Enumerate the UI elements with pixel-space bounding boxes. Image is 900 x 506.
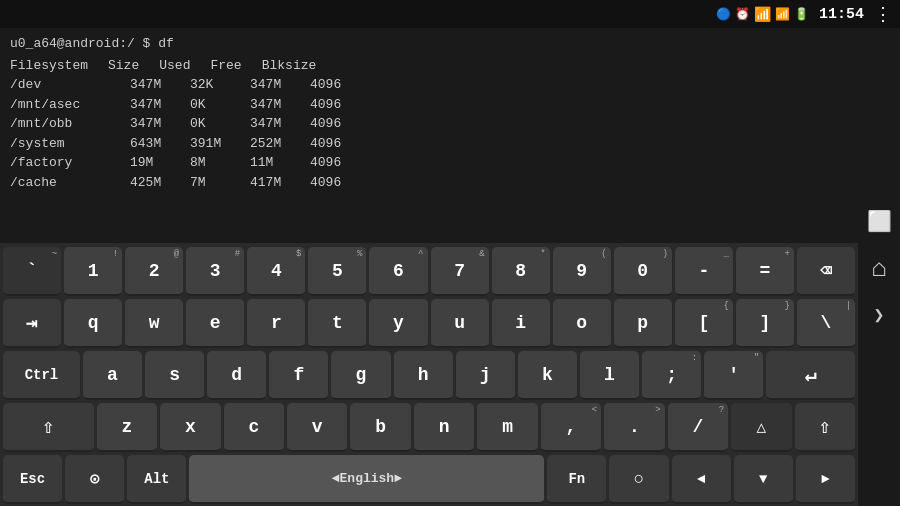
nav-back-icon[interactable]: ⬜	[867, 209, 892, 234]
key-e[interactable]: e	[186, 299, 244, 348]
key-enter[interactable]: ↵	[766, 351, 855, 400]
key-period[interactable]: >.	[604, 403, 664, 452]
key-minus[interactable]: _-	[675, 247, 733, 296]
more-options-icon[interactable]: ⋮	[874, 3, 892, 25]
key-5[interactable]: %5	[308, 247, 366, 296]
key-comma[interactable]: <,	[541, 403, 601, 452]
terminal-output: u0_a64@android:/ $ df Filesystem Size Us…	[0, 28, 858, 243]
keyboard: ~` !1 @2 #3 $4 %5 ^6 &7 *8 (9 )0 _- += ⌫…	[0, 243, 858, 506]
key-down-arrow[interactable]: ▼	[734, 455, 793, 504]
key-right-arrow[interactable]: ►	[796, 455, 855, 504]
key-esc[interactable]: Esc	[3, 455, 62, 504]
bluetooth-icon: 🔵	[716, 7, 731, 22]
key-a[interactable]: a	[83, 351, 142, 400]
table-cell: 8M	[190, 153, 250, 173]
key-apostrophe[interactable]: "'	[704, 351, 763, 400]
key-2[interactable]: @2	[125, 247, 183, 296]
col-used: Used	[159, 56, 210, 76]
terminal-prompt: u0_a64@android:/ $ df	[10, 34, 848, 54]
key-r[interactable]: r	[247, 299, 305, 348]
key-g[interactable]: g	[331, 351, 390, 400]
signal-icon: 📶	[775, 7, 790, 22]
key-shift-right[interactable]: ⇧	[795, 403, 855, 452]
table-cell: 11M	[250, 153, 310, 173]
key-u[interactable]: u	[431, 299, 489, 348]
table-cell: 347M	[130, 114, 190, 134]
nav-chevron-icon[interactable]: ❯	[874, 304, 885, 326]
table-row: /factory19M8M11M4096	[10, 153, 848, 173]
key-slash[interactable]: ?/	[668, 403, 728, 452]
table-cell: 4096	[310, 75, 370, 95]
key-3[interactable]: #3	[186, 247, 244, 296]
table-cell: /dev	[10, 75, 130, 95]
key-lbracket[interactable]: {[	[675, 299, 733, 348]
key-d[interactable]: d	[207, 351, 266, 400]
key-w[interactable]: w	[125, 299, 183, 348]
table-cell: 32K	[190, 75, 250, 95]
key-o[interactable]: o	[553, 299, 611, 348]
col-free: Free	[210, 56, 261, 76]
key-4[interactable]: $4	[247, 247, 305, 296]
key-j[interactable]: j	[456, 351, 515, 400]
df-output-table: Filesystem Size Used Free Blksize	[10, 56, 336, 76]
key-h[interactable]: h	[394, 351, 453, 400]
key-backspace[interactable]: ⌫	[797, 247, 855, 296]
table-row: /mnt/asec347M0K347M4096	[10, 95, 848, 115]
key-ctrl[interactable]: Ctrl	[3, 351, 80, 400]
key-backslash[interactable]: |\	[797, 299, 855, 348]
key-q[interactable]: q	[64, 299, 122, 348]
key-fn[interactable]: Fn	[547, 455, 606, 504]
key-c[interactable]: c	[224, 403, 284, 452]
nav-home-icon[interactable]: ⌂	[871, 254, 887, 284]
key-7[interactable]: &7	[431, 247, 489, 296]
key-x[interactable]: x	[160, 403, 220, 452]
key-shift-left[interactable]: ⇧	[3, 403, 94, 452]
key-v[interactable]: v	[287, 403, 347, 452]
language-label: English	[340, 471, 395, 486]
key-z[interactable]: z	[97, 403, 157, 452]
table-cell: 417M	[250, 173, 310, 193]
key-n[interactable]: n	[414, 403, 474, 452]
clock: 11:54	[819, 6, 864, 23]
alarm-icon: ⏰	[735, 7, 750, 22]
key-left-arrow[interactable]: ◄	[672, 455, 731, 504]
key-t[interactable]: t	[308, 299, 366, 348]
key-y[interactable]: y	[369, 299, 427, 348]
key-8[interactable]: *8	[492, 247, 550, 296]
key-semicolon[interactable]: :;	[642, 351, 701, 400]
key-0[interactable]: )0	[614, 247, 672, 296]
key-p[interactable]: p	[614, 299, 672, 348]
key-rbracket[interactable]: }]	[736, 299, 794, 348]
key-6[interactable]: ^6	[369, 247, 427, 296]
key-1[interactable]: !1	[64, 247, 122, 296]
key-l[interactable]: l	[580, 351, 639, 400]
key-f[interactable]: f	[269, 351, 328, 400]
table-row: /system643M391M252M4096	[10, 134, 848, 154]
table-cell: 0K	[190, 95, 250, 115]
key-equals[interactable]: +=	[736, 247, 794, 296]
table-cell: 347M	[250, 75, 310, 95]
table-row: /dev347M32K347M4096	[10, 75, 848, 95]
col-filesystem: Filesystem	[10, 56, 108, 76]
key-tab[interactable]: ⇥	[3, 299, 61, 348]
keyboard-row-qwerty: ⇥ q w e r t y u i o p {[ }] |\	[3, 299, 855, 348]
key-up-arrow[interactable]: △	[731, 403, 791, 452]
table-cell: 4096	[310, 153, 370, 173]
key-settings-icon[interactable]: ⊙	[65, 455, 124, 504]
key-k[interactable]: k	[518, 351, 577, 400]
key-alt[interactable]: Alt	[127, 455, 186, 504]
table-cell: 4096	[310, 134, 370, 154]
key-space[interactable]: ◄ English ►	[189, 455, 544, 504]
key-s[interactable]: s	[145, 351, 204, 400]
col-blksize: Blksize	[262, 56, 337, 76]
key-circle[interactable]: ○	[609, 455, 668, 504]
key-backtick[interactable]: ~`	[3, 247, 61, 296]
key-i[interactable]: i	[492, 299, 550, 348]
key-9[interactable]: (9	[553, 247, 611, 296]
nav-bar: ⬜ ⌂ ❯	[858, 28, 900, 506]
key-m[interactable]: m	[477, 403, 537, 452]
key-b[interactable]: b	[350, 403, 410, 452]
table-cell: 347M	[250, 95, 310, 115]
table-cell: 4096	[310, 173, 370, 193]
keyboard-row-asdf: Ctrl a s d f g h j k l :; "' ↵	[3, 351, 855, 400]
